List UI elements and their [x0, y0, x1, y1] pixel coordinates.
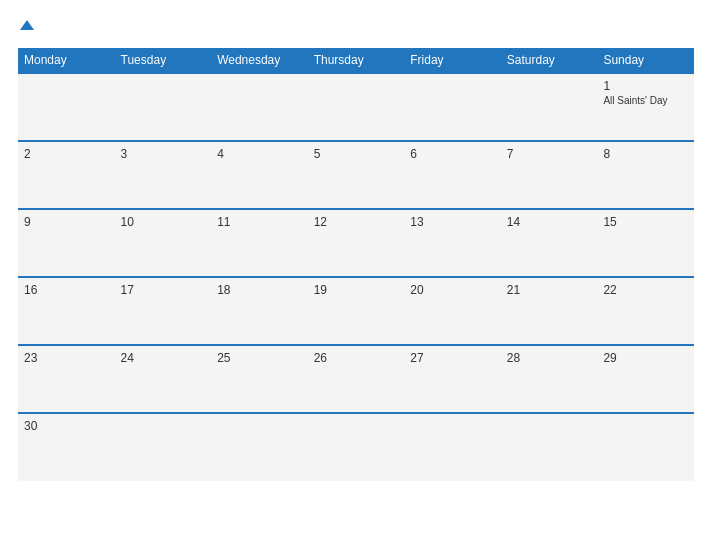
day-number: 1 [603, 79, 688, 93]
calendar-body: 1All Saints' Day234567891011121314151617… [18, 73, 694, 481]
day-number: 17 [121, 283, 206, 297]
day-header-wednesday: Wednesday [211, 48, 308, 73]
day-number: 15 [603, 215, 688, 229]
day-header-monday: Monday [18, 48, 115, 73]
day-number: 27 [410, 351, 495, 365]
calendar-cell: 16 [18, 277, 115, 345]
calendar-week-2: 9101112131415 [18, 209, 694, 277]
calendar-cell [115, 413, 212, 481]
calendar-cell: 6 [404, 141, 501, 209]
calendar-cell: 23 [18, 345, 115, 413]
calendar-cell: 27 [404, 345, 501, 413]
day-header-tuesday: Tuesday [115, 48, 212, 73]
calendar-cell: 5 [308, 141, 405, 209]
calendar-cell [211, 413, 308, 481]
calendar-header [18, 18, 694, 34]
day-number: 16 [24, 283, 109, 297]
calendar-cell: 7 [501, 141, 598, 209]
day-number: 24 [121, 351, 206, 365]
day-number: 29 [603, 351, 688, 365]
day-header-sunday: Sunday [597, 48, 694, 73]
logo-blue-text [18, 18, 34, 34]
logo-triangle-icon [20, 20, 34, 30]
day-number: 20 [410, 283, 495, 297]
calendar-cell: 17 [115, 277, 212, 345]
calendar-cell: 19 [308, 277, 405, 345]
calendar-cell: 30 [18, 413, 115, 481]
day-number: 23 [24, 351, 109, 365]
calendar-cell [18, 73, 115, 141]
day-number: 22 [603, 283, 688, 297]
day-number: 19 [314, 283, 399, 297]
day-number: 28 [507, 351, 592, 365]
calendar-cell: 26 [308, 345, 405, 413]
calendar-cell: 1All Saints' Day [597, 73, 694, 141]
day-number: 11 [217, 215, 302, 229]
calendar-week-3: 16171819202122 [18, 277, 694, 345]
day-number: 7 [507, 147, 592, 161]
day-number: 18 [217, 283, 302, 297]
calendar-cell: 22 [597, 277, 694, 345]
calendar-cell: 21 [501, 277, 598, 345]
calendar-cell: 20 [404, 277, 501, 345]
calendar-cell: 25 [211, 345, 308, 413]
day-number: 26 [314, 351, 399, 365]
calendar-cell: 24 [115, 345, 212, 413]
day-number: 12 [314, 215, 399, 229]
day-number: 3 [121, 147, 206, 161]
calendar-cell [501, 73, 598, 141]
calendar-cell: 28 [501, 345, 598, 413]
calendar-cell [597, 413, 694, 481]
calendar-cell [404, 413, 501, 481]
day-header-saturday: Saturday [501, 48, 598, 73]
calendar-cell [211, 73, 308, 141]
day-number: 10 [121, 215, 206, 229]
day-header-thursday: Thursday [308, 48, 405, 73]
calendar-cell [404, 73, 501, 141]
calendar-cell: 11 [211, 209, 308, 277]
calendar-cell: 29 [597, 345, 694, 413]
calendar-grid: MondayTuesdayWednesdayThursdayFridaySatu… [18, 48, 694, 481]
day-number: 4 [217, 147, 302, 161]
calendar-cell: 8 [597, 141, 694, 209]
day-number: 5 [314, 147, 399, 161]
calendar-cell: 18 [211, 277, 308, 345]
calendar-cell: 13 [404, 209, 501, 277]
calendar-cell [115, 73, 212, 141]
calendar-cell [501, 413, 598, 481]
calendar-cell [308, 73, 405, 141]
day-number: 30 [24, 419, 109, 433]
day-number: 14 [507, 215, 592, 229]
calendar-cell [308, 413, 405, 481]
calendar-wrapper: MondayTuesdayWednesdayThursdayFridaySatu… [0, 0, 712, 550]
calendar-week-0: 1All Saints' Day [18, 73, 694, 141]
day-event: All Saints' Day [603, 95, 688, 106]
calendar-cell: 14 [501, 209, 598, 277]
calendar-week-4: 23242526272829 [18, 345, 694, 413]
calendar-cell: 4 [211, 141, 308, 209]
calendar-header-row: MondayTuesdayWednesdayThursdayFridaySatu… [18, 48, 694, 73]
day-number: 6 [410, 147, 495, 161]
calendar-cell: 12 [308, 209, 405, 277]
day-header-friday: Friday [404, 48, 501, 73]
calendar-cell: 10 [115, 209, 212, 277]
day-number: 13 [410, 215, 495, 229]
day-number: 25 [217, 351, 302, 365]
calendar-cell: 9 [18, 209, 115, 277]
calendar-week-1: 2345678 [18, 141, 694, 209]
calendar-cell: 2 [18, 141, 115, 209]
day-number: 8 [603, 147, 688, 161]
day-number: 21 [507, 283, 592, 297]
calendar-cell: 15 [597, 209, 694, 277]
day-number: 2 [24, 147, 109, 161]
day-number: 9 [24, 215, 109, 229]
logo [18, 18, 34, 34]
calendar-cell: 3 [115, 141, 212, 209]
calendar-week-5: 30 [18, 413, 694, 481]
